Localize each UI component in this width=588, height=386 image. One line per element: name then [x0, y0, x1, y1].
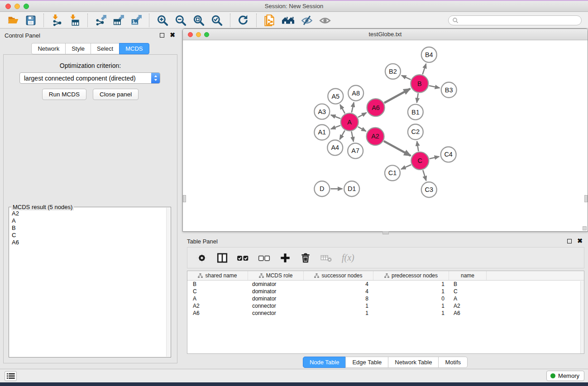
table-settings-button[interactable]	[195, 251, 209, 265]
tab-motifs[interactable]: Motifs	[438, 357, 468, 368]
run-mcds-button[interactable]: Run MCDS	[42, 89, 86, 100]
graph-node-D1[interactable]: D1	[344, 181, 359, 196]
search-input[interactable]	[459, 17, 578, 24]
network-close-button[interactable]	[188, 32, 193, 37]
table-row[interactable]: A2connector11A2	[187, 302, 584, 310]
graph-node-C[interactable]: C	[411, 152, 429, 170]
graph-node-A3[interactable]: A3	[314, 104, 330, 119]
export-network-button[interactable]	[94, 14, 107, 27]
network-zoom-button[interactable]	[204, 32, 209, 37]
graph-node-C3[interactable]: C3	[421, 182, 437, 197]
criterion-dropdown[interactable]: largest connected component (directed)	[19, 72, 160, 84]
delete-table-button[interactable]	[319, 251, 334, 265]
graph-node-A8[interactable]: A8	[348, 86, 363, 101]
graph-edge-C-C1[interactable]	[401, 165, 411, 169]
tab-node-table[interactable]: Node Table	[303, 357, 346, 368]
add-column-button[interactable]	[278, 251, 292, 265]
column-header-predecessor-nodes[interactable]: predecessor nodes	[373, 271, 449, 280]
graph-edge-B-B3[interactable]	[429, 86, 440, 88]
export-table-button[interactable]	[112, 14, 125, 27]
graph-edge-A2-C[interactable]	[384, 141, 411, 156]
zoom-out-button[interactable]	[174, 14, 187, 27]
tab-network-table[interactable]: Network Table	[388, 357, 439, 368]
split-table-button[interactable]	[215, 251, 229, 265]
close-panel-icon[interactable]: ✖	[170, 33, 175, 38]
close-panel-button[interactable]: Close panel	[93, 89, 139, 100]
navigator-button[interactable]	[281, 14, 296, 27]
table-row[interactable]: Bdominator41B	[187, 281, 584, 288]
graph-node-A7[interactable]: A7	[348, 143, 363, 158]
splitter-handle-right[interactable]	[584, 195, 588, 202]
graph-edge-B-B4[interactable]	[423, 64, 426, 75]
graph-node-B3[interactable]: B3	[441, 82, 457, 98]
save-session-button[interactable]	[24, 14, 37, 27]
open-session-button[interactable]	[7, 14, 20, 27]
memory-button[interactable]: Memory	[546, 371, 584, 381]
graph-edge-A-A5[interactable]	[340, 105, 345, 114]
zoom-selected-button[interactable]	[210, 14, 224, 27]
network-from-file-button[interactable]	[263, 14, 277, 27]
deselect-all-button[interactable]	[257, 251, 272, 265]
mcds-result-item[interactable]: A	[12, 217, 164, 224]
network-canvas[interactable]: B4B2BB3A8A5A6A3B1AC2A1A2A4A7C4CC1C3DD1	[183, 40, 588, 231]
result-scrollbar[interactable]	[166, 208, 170, 357]
graph-edge-A6-B[interactable]	[384, 89, 410, 103]
table-row[interactable]: A6connector11A6	[187, 310, 584, 317]
table-row[interactable]: Adominator80A	[187, 295, 584, 302]
close-table-panel-icon[interactable]: ✖	[577, 238, 583, 243]
refresh-button[interactable]	[237, 14, 250, 27]
apply-function-button[interactable]: f(x)	[342, 253, 354, 263]
column-header-mcds-role[interactable]: MCDS role	[248, 271, 304, 280]
export-image-button[interactable]	[129, 14, 143, 27]
mcds-result-item[interactable]: B	[12, 224, 164, 232]
task-history-button[interactable]	[5, 371, 17, 381]
zoom-in-button[interactable]	[156, 14, 169, 27]
graph-edge-A-A6[interactable]	[358, 113, 367, 117]
delete-columns-button[interactable]	[298, 251, 313, 265]
graph-node-A2[interactable]: A2	[367, 128, 384, 145]
float-table-panel-icon[interactable]	[567, 239, 572, 243]
tab-select[interactable]: Select	[91, 43, 120, 54]
network-window-titlebar[interactable]: testGlobe.txt	[183, 29, 588, 40]
tab-edge-table[interactable]: Edge Table	[345, 357, 388, 368]
hide-graphics-button[interactable]	[300, 14, 314, 27]
graph-node-C1[interactable]: C1	[385, 165, 400, 181]
graph-edge-A-A3[interactable]	[331, 115, 340, 119]
table-row[interactable]: Cdominator41C	[187, 288, 584, 295]
resize-grip[interactable]	[583, 226, 587, 230]
graph-node-D[interactable]: D	[314, 181, 330, 196]
graph-node-A1[interactable]: A1	[314, 125, 330, 140]
graph-edge-A-A7[interactable]	[351, 132, 354, 142]
network-minimize-button[interactable]	[196, 32, 201, 37]
graph-node-A4[interactable]: A4	[327, 140, 343, 155]
graph-node-C2[interactable]: C2	[408, 124, 423, 140]
graph-edge-C-C2[interactable]	[417, 141, 418, 151]
graph-node-B2[interactable]: B2	[385, 64, 401, 79]
graph-node-C4[interactable]: C4	[441, 147, 456, 162]
graph-edge-A-A4[interactable]	[340, 130, 345, 139]
graph-edge-B-B2[interactable]	[402, 76, 411, 80]
select-all-button[interactable]	[235, 251, 251, 265]
tab-mcds[interactable]: MCDS	[119, 43, 149, 54]
table-scrollbar[interactable]	[580, 281, 584, 353]
graph-edge-A-A2[interactable]	[358, 127, 366, 131]
float-panel-icon[interactable]	[160, 33, 164, 38]
mcds-result-item[interactable]: C	[12, 232, 164, 239]
splitter-handle-left[interactable]	[183, 195, 186, 202]
graph-node-B[interactable]: B	[411, 75, 428, 92]
graph-edge-C-C4[interactable]	[430, 157, 439, 159]
mcds-result-item[interactable]: A6	[12, 239, 164, 246]
mcds-result-item[interactable]: A2	[12, 210, 164, 217]
graph-node-A6[interactable]: A6	[367, 99, 385, 116]
graph-node-B4[interactable]: B4	[421, 47, 437, 62]
graph-edge-A-A1[interactable]	[331, 125, 340, 129]
graph-edge-A-A8[interactable]	[352, 102, 354, 112]
graph-node-A[interactable]: A	[341, 113, 359, 131]
tab-network[interactable]: Network	[31, 43, 66, 54]
column-header-shared-name[interactable]: shared name	[187, 271, 248, 280]
column-header-successor-nodes[interactable]: successor nodes	[304, 271, 373, 280]
horizontal-splitter-handle[interactable]	[382, 231, 389, 234]
import-network-button[interactable]	[50, 14, 63, 27]
graph-node-B1[interactable]: B1	[408, 105, 423, 120]
column-header-name[interactable]: name	[449, 271, 487, 280]
